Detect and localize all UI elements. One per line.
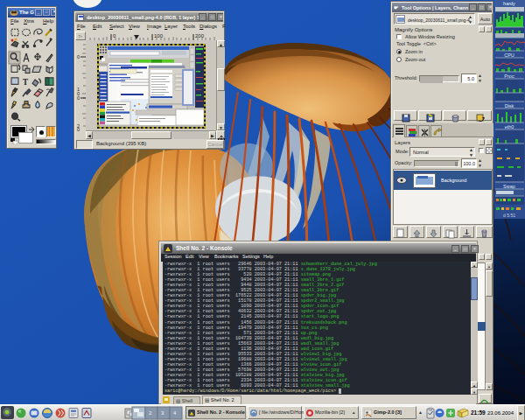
svg-text:Proc: Proc	[504, 74, 514, 79]
svg-text:T: T	[23, 78, 29, 87]
svg-text:200: 200	[195, 33, 205, 38]
svg-text:Swap: Swap	[503, 184, 515, 189]
svg-text:0: 0	[77, 127, 80, 131]
svg-text:0: 0	[77, 54, 80, 60]
svg-text:CPU: CPU	[504, 52, 514, 58]
svg-text:100: 100	[154, 33, 164, 38]
svg-text:Disk: Disk	[505, 103, 514, 108]
svg-text:d 5:51: d 5:51	[503, 213, 515, 218]
svg-text:0: 0	[77, 95, 80, 101]
svg-text:hardy: hardy	[503, 1, 515, 6]
svg-text:eth0: eth0	[505, 124, 514, 130]
